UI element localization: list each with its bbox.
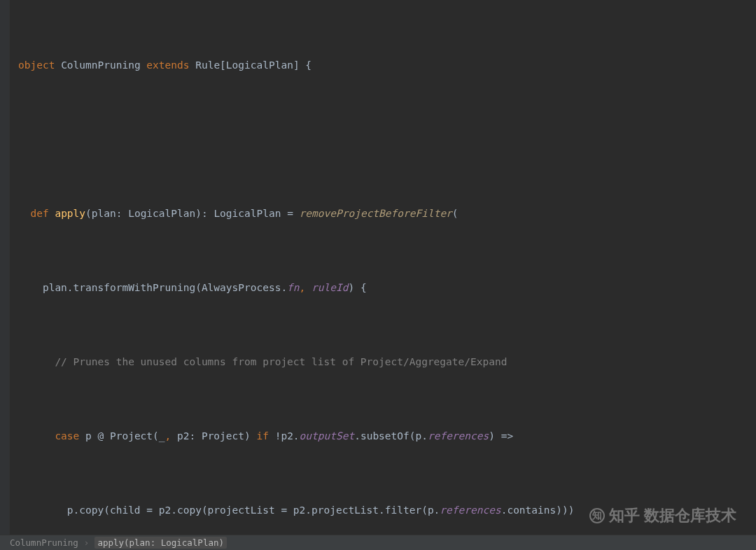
code-line[interactable]: p.copy(child = p2.copy(projectList = p2.…: [18, 501, 756, 520]
text: ) {: [348, 278, 366, 297]
text: .contains))): [501, 501, 575, 520]
text: plan.transformWithPruning(AlwaysProcess.: [18, 278, 287, 297]
prop: references: [440, 501, 500, 520]
code-editor[interactable]: object ColumnPruning extends Rule[Logica…: [0, 0, 756, 550]
code-line[interactable]: def apply(plan: LogicalPlan): LogicalPla…: [18, 204, 756, 223]
code-line[interactable]: case p @ Project(_, p2: Project) if !p2.…: [18, 427, 756, 446]
breadcrumb-item[interactable]: ColumnPruning: [10, 537, 78, 548]
signature: (plan: LogicalPlan): LogicalPlan =: [85, 204, 300, 223]
prop: references: [428, 427, 489, 446]
gutter: [0, 0, 10, 550]
comment: // Prunes the unused columns from projec…: [18, 353, 507, 372]
prop: ruleId: [312, 278, 348, 297]
keyword: extends: [146, 56, 189, 75]
keyword: if: [256, 427, 268, 446]
comma: ,: [300, 278, 312, 297]
brace: {: [305, 56, 312, 75]
indent: [18, 427, 55, 446]
breadcrumb-item-current[interactable]: apply(plan: LogicalPlan): [94, 537, 227, 549]
code-area[interactable]: object ColumnPruning extends Rule[Logica…: [10, 0, 756, 550]
fn-call: removeProjectBeforeFilter: [300, 204, 452, 223]
breadcrumb[interactable]: ColumnPruning › apply(plan: LogicalPlan): [0, 535, 756, 550]
keyword: case: [55, 427, 79, 446]
type: Rule[LogicalPlan]: [195, 56, 299, 75]
text: .subsetOf(p.: [354, 427, 428, 446]
code-line[interactable]: // Prunes the unused columns from projec…: [18, 353, 756, 372]
keyword: object: [18, 56, 55, 75]
text: p.copy(child = p2.copy(projectList = p2.…: [18, 501, 440, 520]
code-line[interactable]: [18, 130, 756, 149]
code-line[interactable]: plan.transformWithPruning(AlwaysProcess.…: [18, 278, 756, 297]
fn-name: apply: [55, 204, 85, 223]
text: ) =>: [489, 427, 513, 446]
text: !p2.: [269, 427, 300, 446]
chevron-right-icon: ›: [84, 537, 90, 548]
paren: (: [452, 204, 458, 223]
keyword: def: [30, 204, 48, 223]
class-name: ColumnPruning: [61, 56, 141, 75]
prop: fn: [287, 278, 299, 297]
code-line[interactable]: object ColumnPruning extends Rule[Logica…: [18, 56, 756, 75]
prop: outputSet: [300, 427, 355, 446]
